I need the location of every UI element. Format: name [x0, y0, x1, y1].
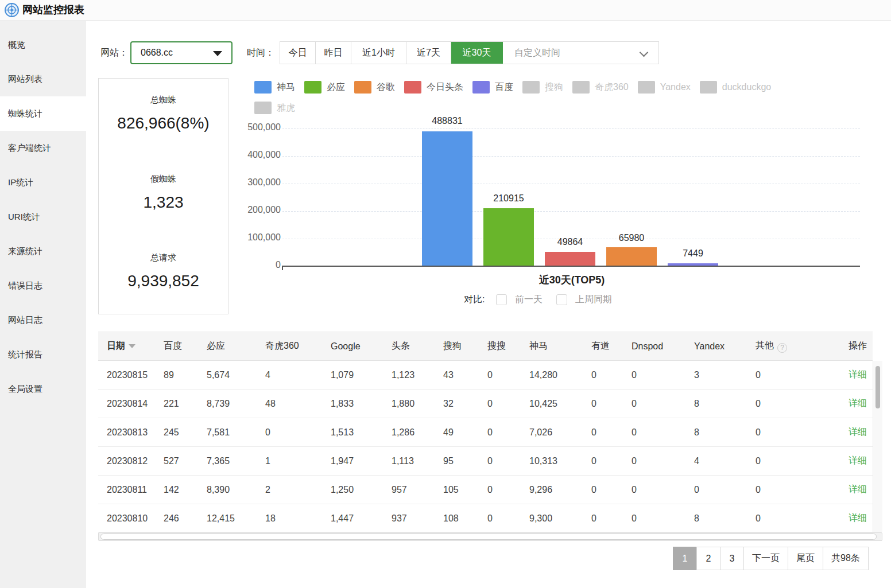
- next-page-button[interactable]: 下一页: [743, 547, 788, 570]
- cell: 0: [487, 504, 529, 533]
- cell: 1: [265, 447, 331, 476]
- bar-toutiao[interactable]: [545, 252, 595, 266]
- sidebar-item-stats-report[interactable]: 统计报告: [0, 337, 86, 372]
- total-requests-label: 总请求: [99, 252, 228, 263]
- y-axis-tick: 0: [233, 260, 281, 270]
- horizontal-scrollbar-thumb[interactable]: [100, 534, 877, 540]
- page-button-2[interactable]: 2: [696, 547, 720, 570]
- cell: 3: [694, 361, 756, 390]
- bar-google[interactable]: [606, 247, 657, 266]
- y-axis-tick: 400,000: [233, 150, 281, 160]
- horizontal-scrollbar[interactable]: [98, 532, 882, 541]
- detail-link[interactable]: 详细: [849, 427, 867, 437]
- legend-label: duckduckgo: [722, 82, 771, 92]
- cell: 0: [756, 504, 840, 533]
- time-btn-yesterday[interactable]: 昨日: [316, 42, 351, 64]
- detail-link[interactable]: 详细: [849, 484, 867, 494]
- sidebar-item-error-log[interactable]: 错误日志: [0, 268, 86, 303]
- compare-last-week-label: 上周同期: [575, 294, 612, 306]
- cell: 1,286: [392, 418, 443, 447]
- sidebar-item-global-settings[interactable]: 全局设置: [0, 372, 86, 406]
- sidebar-item-site-list[interactable]: 网站列表: [0, 62, 86, 96]
- column-header-yandex: Yandex: [694, 332, 756, 361]
- cell: 43: [443, 361, 487, 390]
- chart-legend-row-2: 雅虎: [254, 102, 304, 114]
- sidebar-item-client-stats[interactable]: 客户端统计: [0, 131, 86, 165]
- legend-item-baidu[interactable]: 百度: [472, 81, 513, 94]
- page-button-1[interactable]: 1: [673, 547, 697, 570]
- sidebar: 概览 网站列表 蜘蛛统计 客户端统计 IP统计 URI统计 来源统计 错误日志 …: [0, 21, 86, 588]
- cell-date: 20230813: [98, 418, 164, 447]
- legend-swatch: [472, 81, 490, 94]
- detail-link[interactable]: 详细: [849, 369, 867, 379]
- time-btn-last-7-days[interactable]: 近7天: [406, 42, 451, 64]
- sidebar-item-overview[interactable]: 概览: [0, 28, 86, 62]
- legend-item-toutiao[interactable]: 今日头条: [404, 81, 463, 94]
- page-button-3[interactable]: 3: [720, 547, 744, 570]
- time-btn-last-1-hour[interactable]: 近1小时: [351, 42, 406, 64]
- sidebar-item-site-log[interactable]: 网站日志: [0, 303, 86, 337]
- custom-time-select[interactable]: 自定义时间: [503, 42, 658, 64]
- cell: 1,947: [331, 447, 392, 476]
- legend-item-google[interactable]: 谷歌: [354, 81, 395, 94]
- cell: 7,581: [207, 418, 265, 447]
- table-row: 20230811 142 8,390 2 1,250 957 105 0 9,2…: [98, 476, 873, 504]
- cell: 0: [632, 447, 694, 476]
- caret-down-icon: [213, 51, 222, 56]
- fake-spiders-value: 1,323: [99, 193, 228, 212]
- cell: 937: [392, 504, 443, 533]
- vertical-scrollbar[interactable]: [873, 361, 882, 532]
- detail-link[interactable]: 详细: [849, 513, 867, 523]
- column-header-sogou: 搜狗: [443, 332, 487, 361]
- cell: 0: [756, 447, 840, 476]
- bar-value-google: 65980: [595, 233, 668, 243]
- site-select-value: 0668.cc: [141, 42, 173, 63]
- time-label: 时间：: [247, 41, 274, 64]
- compare-last-week-checkbox[interactable]: [556, 294, 567, 305]
- time-btn-today[interactable]: 今日: [280, 42, 316, 64]
- time-btn-last-30-days[interactable]: 近30天: [451, 42, 503, 64]
- cell: 0: [487, 361, 529, 390]
- cell: 0: [756, 476, 840, 504]
- sidebar-item-spider-stats[interactable]: 蜘蛛统计: [0, 96, 86, 131]
- cell: 0: [591, 418, 632, 447]
- y-axis-tick: 100,000: [233, 232, 281, 243]
- legend-item-duckduckgo[interactable]: duckduckgo: [700, 81, 771, 94]
- legend-item-sogou[interactable]: 搜狗: [522, 81, 563, 94]
- legend-item-yandex[interactable]: Yandex: [638, 81, 691, 94]
- legend-item-yahoo[interactable]: 雅虎: [254, 102, 295, 114]
- bar-value-shenma: 488831: [410, 116, 484, 126]
- sidebar-item-source-stats[interactable]: 来源统计: [0, 234, 86, 268]
- vertical-scrollbar-thumb[interactable]: [875, 366, 880, 408]
- legend-label: 今日头条: [427, 81, 463, 94]
- cell: 245: [164, 418, 207, 447]
- sidebar-item-uri-stats[interactable]: URI统计: [0, 200, 86, 234]
- bar-bing[interactable]: [483, 208, 534, 266]
- legend-item-qihu360[interactable]: 奇虎360: [572, 81, 629, 94]
- bar-shenma[interactable]: [422, 131, 472, 266]
- last-page-button[interactable]: 尾页: [788, 547, 823, 570]
- legend-label: 搜狗: [545, 81, 563, 94]
- total-count: 共98条: [823, 547, 869, 570]
- cell: 48: [265, 390, 331, 418]
- table-header-row: 日期 百度 必应 奇虎360 Google 头条 搜狗 搜搜 神马 有道 Dns…: [98, 332, 873, 361]
- detail-link[interactable]: 详细: [849, 455, 867, 465]
- bar-baidu[interactable]: [668, 263, 718, 266]
- cell: 7,026: [529, 418, 591, 447]
- cell: 10,313: [529, 447, 591, 476]
- fake-spiders-label: 假蜘蛛: [99, 174, 228, 185]
- compare-previous-day-checkbox[interactable]: [496, 294, 507, 305]
- cell: 0: [756, 361, 840, 390]
- column-header-date[interactable]: 日期: [98, 332, 164, 361]
- cell: 4: [265, 361, 331, 390]
- cell: 142: [164, 476, 207, 504]
- stats-panel: 总蜘蛛 826,966(8%) 假蜘蛛 1,323 总请求 9,939,852: [98, 78, 228, 314]
- legend-item-shenma[interactable]: 神马: [254, 81, 295, 94]
- legend-item-bing[interactable]: 必应: [304, 81, 345, 94]
- detail-link[interactable]: 详细: [849, 398, 867, 408]
- cell: 49: [443, 418, 487, 447]
- site-select[interactable]: 0668.cc: [130, 41, 233, 64]
- sidebar-item-ip-stats[interactable]: IP统计: [0, 165, 86, 200]
- help-icon[interactable]: ?: [777, 343, 787, 353]
- target-logo-icon: [4, 2, 20, 18]
